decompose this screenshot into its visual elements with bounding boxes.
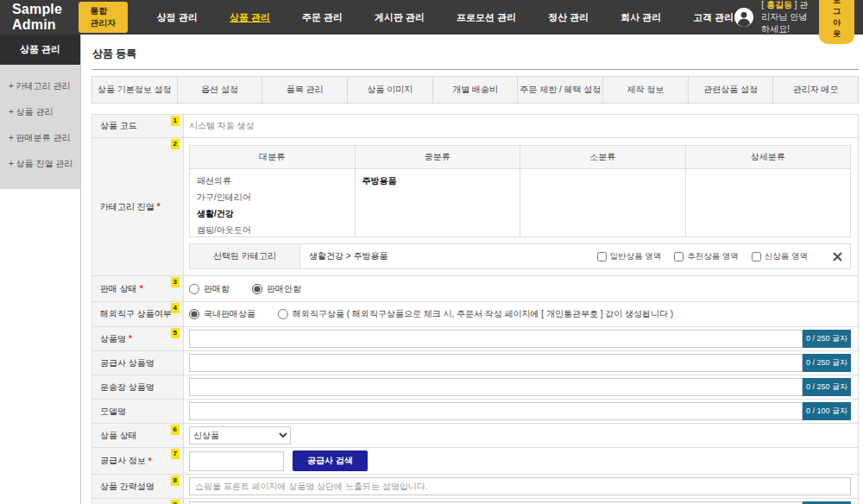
radio-overseas-product[interactable]: 해외직구상품 ( 해외직구상품으로 체크 시, 주문서 작성 페이지에 [ 개인… [278, 308, 673, 320]
role-badge: 통합 관리자 [79, 2, 128, 33]
tab-basic-info[interactable]: 상품 기본정보 설정 [92, 77, 178, 103]
checkbox-general-product-area[interactable]: 일반상품 영역 [597, 251, 662, 262]
category-column-depth1: 패션의류 가구/인테리어 생활/건강 캠핑/아웃도어 [190, 169, 356, 236]
label-product-condition: 상품 상태 6 [92, 424, 184, 447]
selected-category-bar: 선택된 카테고리 생활건강 > 주방용품 일반상품 영역 추천상품 영역 신상품… [189, 243, 851, 269]
main-content: 상품 등록 상품 기본정보 설정 옵션 설정 품목 관리 상품 이미지 개별 배… [91, 35, 859, 504]
top-navigation: 상점 관리 상품 관리 주문 관리 게시판 관리 프로모션 관리 정산 관리 회… [157, 11, 734, 24]
row-supplier-product-name: 공급사 상품명 0 / 250 글자 [91, 350, 859, 375]
step-badge-9: 9 [171, 500, 180, 504]
category-option-selected[interactable]: 생활/건강 [190, 205, 355, 222]
tab-order-limit-benefit[interactable]: 주문 제한 / 혜택 설정 [518, 77, 603, 103]
category-header-depth3: 소분류 [520, 146, 686, 168]
product-name-counter: 0 / 250 글자 [803, 330, 851, 348]
row-overseas-purchase: 해외직구 상품여부 4 국내판매상품 해외직구상품 ( 해외직구상품으로 체크 … [91, 301, 859, 327]
overseas-radio[interactable] [278, 309, 288, 319]
category-header-depth2: 중분류 [356, 146, 521, 168]
row-product-condition: 상품 상태 6 신상품 [91, 423, 859, 448]
category-column-depth4 [686, 169, 851, 236]
row-waybill-product-name: 운송장 상품명 0 / 250 글자 [91, 375, 859, 400]
step-badge-7: 7 [171, 449, 180, 459]
step-badge-6: 6 [171, 425, 180, 435]
tab-product-images[interactable]: 상품 이미지 [348, 77, 433, 103]
remove-category-icon[interactable] [833, 252, 842, 261]
nav-settlement-management[interactable]: 정산 관리 [548, 11, 589, 24]
label-search-keywords: 검색어 설정 9 [92, 499, 184, 504]
radio-domestic-product[interactable]: 국내판매상품 [189, 308, 255, 320]
label-sale-status: 판매 상태* 3 [92, 276, 184, 301]
supplier-info-input[interactable] [189, 451, 284, 471]
category-header-depth1: 대분류 [190, 146, 356, 168]
sidebar: 상품 관리 + 카테고리 관리 + 상품 관리 + 판매분류 관리 + 상품 진… [0, 35, 81, 504]
checkbox-recommended-product-area[interactable]: 추천상품 영역 [674, 251, 739, 262]
nav-product-management[interactable]: 상품 관리 [230, 11, 270, 24]
general-area-checkbox[interactable] [597, 252, 607, 261]
nav-company-management[interactable]: 회사 관리 [620, 11, 661, 24]
sidebar-item-category-management[interactable]: + 카테고리 관리 [0, 73, 80, 99]
label-waybill-product-name: 운송장 상품명 [92, 375, 184, 399]
short-description-input[interactable] [189, 477, 851, 495]
category-option[interactable]: 패션의류 [190, 173, 355, 189]
row-category: 카테고리 진열* 2 대분류 중분류 소분류 상세분류 패션의류 가구/인테리어 [91, 137, 859, 276]
label-model-name: 모델명 [92, 400, 184, 423]
label-product-code: 상품 코드 1 [92, 115, 184, 137]
user-name: 홍길동 [766, 0, 792, 9]
row-short-description: 상품 간략설명 8 [91, 474, 859, 499]
user-avatar-icon [734, 7, 754, 28]
category-option[interactable]: 가구/인테리어 [190, 189, 355, 205]
label-supplier-product-name: 공급사 상품명 [92, 351, 184, 375]
category-option-selected[interactable]: 주방용품 [356, 173, 520, 189]
waybill-product-name-input[interactable] [189, 378, 803, 396]
tab-option-settings[interactable]: 옵션 설정 [178, 77, 263, 103]
label-supplier-info: 공급사 정보* 7 [92, 448, 184, 474]
row-product-name: 상품명* 5 0 / 250 글자 [91, 326, 859, 351]
row-sale-status: 판매 상태* 3 판매함 판매안함 [91, 275, 859, 302]
tab-individual-shipping[interactable]: 개별 배송비 [433, 77, 519, 103]
tab-admin-memo[interactable]: 관리자 메모 [773, 77, 858, 103]
display-area-checkboxes: 일반상품 영역 추천상품 영역 신상품 영역 [597, 244, 842, 268]
model-name-input[interactable] [189, 402, 803, 420]
category-selector-table: 대분류 중분류 소분류 상세분류 패션의류 가구/인테리어 생활/건강 캠핑/아… [189, 145, 851, 237]
nav-promotion-management[interactable]: 프로모션 관리 [457, 11, 516, 24]
step-badge-1: 1 [171, 116, 180, 126]
top-header-bar: Sample Admin 통합 관리자 상점 관리 상품 관리 주문 관리 게시… [0, 0, 863, 35]
step-badge-8: 8 [171, 476, 180, 486]
category-table-header: 대분류 중분류 소분류 상세분류 [190, 146, 850, 169]
product-name-input[interactable] [189, 330, 803, 348]
row-model-name: 모델명 0 / 100 글자 [91, 399, 859, 424]
nav-board-management[interactable]: 게시판 관리 [375, 11, 425, 24]
row-product-code: 상품 코드 1 시스템 자동 생성 [91, 114, 859, 138]
new-area-checkbox[interactable] [752, 252, 761, 261]
nav-customer-management[interactable]: 고객 관리 [693, 11, 734, 24]
category-table-body: 패션의류 가구/인테리어 생활/건강 캠핑/아웃도어 주방용품 [190, 169, 850, 236]
product-condition-select[interactable]: 신상품 [189, 426, 291, 444]
tab-item-management[interactable]: 품목 관리 [262, 77, 348, 103]
sidebar-item-product-management[interactable]: + 상품 관리 [0, 99, 80, 125]
label-short-description: 상품 간략설명 8 [92, 475, 184, 498]
step-badge-3: 3 [171, 277, 180, 287]
radio-sale-on[interactable]: 판매함 [189, 283, 230, 295]
nav-order-management[interactable]: 주문 관리 [302, 11, 343, 24]
sidebar-menu: + 카테고리 관리 + 상품 관리 + 판매분류 관리 + 상품 진열 관리 [0, 65, 80, 189]
category-option[interactable]: 캠핑/아웃도어 [190, 222, 355, 236]
checkbox-new-product-area[interactable]: 신상품 영역 [752, 251, 808, 262]
sale-on-radio[interactable] [189, 284, 199, 294]
waybill-product-name-counter: 0 / 250 글자 [803, 378, 851, 396]
supplier-search-button[interactable]: 공급사 검색 [293, 450, 368, 471]
model-name-counter: 0 / 100 글자 [803, 402, 851, 420]
sale-off-radio[interactable] [252, 284, 262, 294]
nav-store-management[interactable]: 상점 관리 [157, 11, 198, 24]
domestic-radio[interactable] [189, 309, 199, 319]
tab-bar: 상품 기본정보 설정 옵션 설정 품목 관리 상품 이미지 개별 배송비 주문 … [91, 76, 859, 104]
recommended-area-checkbox[interactable] [674, 252, 683, 261]
tab-production-info[interactable]: 제작 정보 [603, 77, 689, 103]
brand-logo: Sample Admin [12, 2, 68, 33]
selected-category-label: 선택된 카테고리 [190, 244, 300, 268]
sidebar-item-sales-class-management[interactable]: + 판매분류 관리 [0, 125, 80, 151]
selected-category-value: 생활건강 > 주방용품 [309, 244, 387, 268]
sidebar-item-product-display-management[interactable]: + 상품 진열 관리 [0, 151, 80, 177]
radio-sale-off[interactable]: 판매안함 [252, 283, 301, 295]
tab-related-products[interactable]: 관련상품 설정 [689, 77, 774, 103]
category-header-depth4: 상세분류 [686, 146, 851, 168]
supplier-product-name-input[interactable] [189, 354, 803, 372]
